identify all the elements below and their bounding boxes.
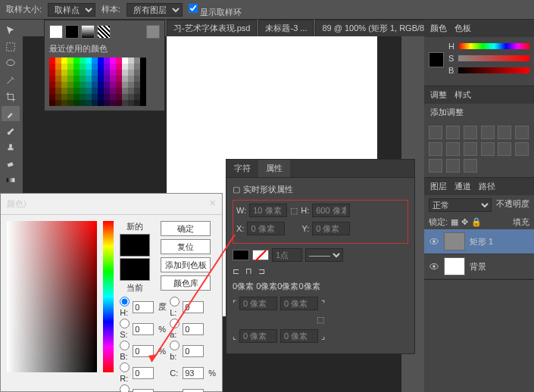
fill-color[interactable]: [233, 250, 249, 260]
swatch-cell[interactable]: [110, 82, 116, 88]
swatch-cell[interactable]: [122, 64, 128, 70]
swatch-cell[interactable]: [61, 64, 67, 70]
fg-color-box[interactable]: [429, 52, 444, 67]
swatch-cell[interactable]: [140, 58, 146, 64]
stamp-tool[interactable]: [2, 139, 20, 154]
x-input[interactable]: [247, 222, 285, 235]
swatch-cell[interactable]: [110, 70, 116, 76]
swatch-cell[interactable]: [128, 70, 134, 76]
posterize-icon[interactable]: [515, 142, 529, 156]
swatch-cell[interactable]: [134, 76, 140, 82]
swatch-cell[interactable]: [110, 76, 116, 82]
swatch-cell[interactable]: [73, 82, 80, 88]
tab-doc-3[interactable]: 89 @ 100% (矩形 1, RGB/8): [315, 20, 433, 36]
y-input[interactable]: [312, 222, 350, 235]
threshold-icon[interactable]: [429, 159, 442, 173]
a-radio[interactable]: a:: [170, 319, 180, 339]
stroke-width[interactable]: [272, 248, 302, 262]
swatch-cell[interactable]: [104, 58, 110, 64]
swatch-cell[interactable]: [92, 94, 98, 100]
swatch-cell[interactable]: [98, 82, 104, 88]
swatch-cell[interactable]: [80, 76, 86, 82]
swatch-cell[interactable]: [116, 70, 122, 76]
swatch-cell[interactable]: [122, 94, 128, 100]
bv-value[interactable]: [133, 345, 154, 357]
corner-bl[interactable]: [239, 329, 277, 343]
photo-filter-icon[interactable]: [446, 142, 460, 156]
tab-doc-2[interactable]: 未标题-3 ...: [258, 20, 314, 36]
swatch-cell[interactable]: [86, 100, 92, 106]
swatch-cell[interactable]: [128, 76, 134, 82]
brightness-icon[interactable]: [429, 126, 442, 139]
swatch-cell[interactable]: [122, 70, 128, 76]
swatch-cell[interactable]: [49, 82, 55, 88]
l-radio[interactable]: L:: [170, 297, 180, 317]
swatch-cell[interactable]: [49, 76, 55, 82]
swatch-cell[interactable]: [73, 58, 80, 64]
swatch-cell[interactable]: [67, 94, 73, 100]
brush-tool[interactable]: [2, 123, 20, 138]
swatch-cell[interactable]: [80, 88, 86, 94]
visibility-icon[interactable]: [429, 261, 439, 272]
swatch-cell[interactable]: [73, 70, 80, 76]
swatch-cell[interactable]: [67, 82, 73, 88]
color-grid[interactable]: [49, 58, 160, 106]
swatch-cell[interactable]: [110, 100, 116, 106]
swatch-cell[interactable]: [140, 88, 146, 94]
swatch-cell[interactable]: [55, 64, 61, 70]
swatch-cell[interactable]: [55, 76, 61, 82]
gradient-swatch[interactable]: [81, 25, 95, 39]
invert-icon[interactable]: [498, 142, 511, 156]
swatch-cell[interactable]: [49, 58, 55, 64]
swatch-cell[interactable]: [122, 88, 128, 94]
lasso-tool[interactable]: [2, 56, 20, 71]
r-value[interactable]: [133, 367, 154, 379]
s-slider[interactable]: [458, 55, 529, 61]
tab-swatches[interactable]: 色板: [454, 23, 471, 34]
swatch-cell[interactable]: [134, 58, 140, 64]
r-radio[interactable]: R:: [120, 362, 130, 383]
swatch-cell[interactable]: [116, 58, 122, 64]
lookup-icon[interactable]: [481, 142, 495, 156]
move-tool[interactable]: [2, 23, 20, 38]
hue-icon[interactable]: [515, 126, 529, 139]
swatch-cell[interactable]: [67, 64, 73, 70]
swatch-cell[interactable]: [116, 88, 122, 94]
blend-mode[interactable]: 正常: [429, 198, 492, 212]
swatch-cell[interactable]: [92, 58, 98, 64]
swatch-cell[interactable]: [122, 76, 128, 82]
g-value[interactable]: [133, 389, 154, 393]
lock-all-icon[interactable]: 🔒: [471, 217, 482, 227]
swatch-cell[interactable]: [61, 70, 67, 76]
swatch-cell[interactable]: [110, 94, 116, 100]
mixer-icon[interactable]: [464, 142, 477, 156]
swatch-cell[interactable]: [128, 94, 134, 100]
swatch-cell[interactable]: [80, 70, 86, 76]
vibrance-icon[interactable]: [498, 126, 511, 139]
swatch-cell[interactable]: [110, 58, 116, 64]
corner-tl[interactable]: [239, 297, 277, 310]
swatch-cell[interactable]: [128, 100, 134, 106]
swatch-cell[interactable]: [98, 70, 104, 76]
swatch-cell[interactable]: [86, 58, 92, 64]
swatch-cell[interactable]: [104, 64, 110, 70]
hue-slider[interactable]: [103, 221, 114, 372]
b-value[interactable]: [183, 345, 204, 357]
sample-select[interactable]: 所有图层: [126, 3, 183, 17]
swatch-cell[interactable]: [104, 70, 110, 76]
selective-icon[interactable]: [464, 159, 477, 173]
swatch-cell[interactable]: [140, 82, 146, 88]
swatch-cell[interactable]: [134, 82, 140, 88]
tab-layers[interactable]: 图层: [430, 181, 447, 192]
tab-doc-1[interactable]: 习-艺术字体表现.psd: [167, 20, 257, 36]
exposure-icon[interactable]: [481, 126, 495, 139]
swatch-cell[interactable]: [67, 88, 73, 94]
swatch-cell[interactable]: [140, 70, 146, 76]
swatch-cell[interactable]: [55, 82, 61, 88]
bg-swatch[interactable]: [65, 25, 79, 39]
swatch-cell[interactable]: [98, 58, 104, 64]
g-radio[interactable]: G:: [120, 384, 130, 392]
swatch-cell[interactable]: [49, 94, 55, 100]
swatch-cell[interactable]: [80, 100, 86, 106]
gradient-map-icon[interactable]: [446, 159, 460, 173]
